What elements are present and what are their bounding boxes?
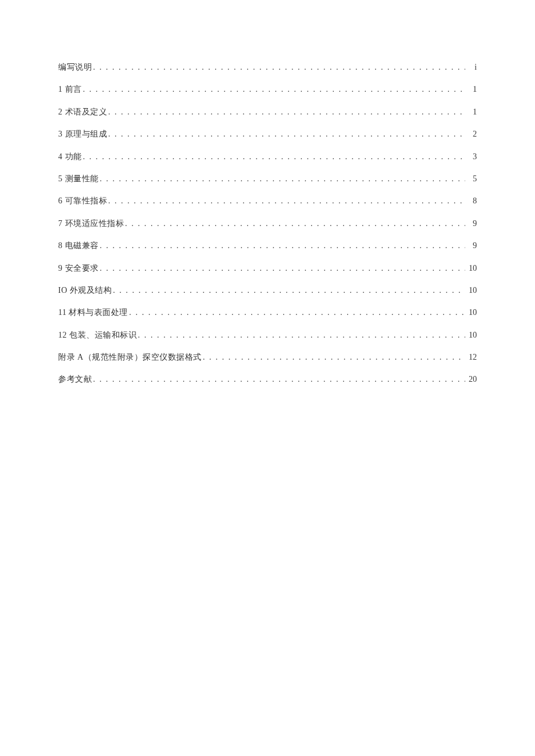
toc-entry-page: i bbox=[466, 61, 477, 74]
toc-entry-page: 2 bbox=[466, 128, 477, 141]
toc-entry-page: 12 bbox=[466, 351, 477, 364]
toc-entry: 6 可靠性指标 . . . . . . . . . . . . . . . . … bbox=[58, 195, 477, 207]
toc-entry: 8 电磁兼容 . . . . . . . . . . . . . . . . .… bbox=[58, 239, 477, 252]
toc-entry-title: 1 前言 bbox=[58, 83, 82, 96]
toc-entry-title: 9 安全要求 bbox=[58, 262, 99, 275]
toc-entry: 2 术语及定义 . . . . . . . . . . . . . . . . … bbox=[58, 106, 477, 119]
toc-entry: 附录 A（规范性附录）探空仪数据格式 . . . . . . . . . . .… bbox=[58, 351, 477, 364]
toc-entry-page: 10 bbox=[466, 329, 477, 342]
toc-leader-dots: . . . . . . . . . . . . . . . . . . . . … bbox=[108, 195, 465, 207]
toc-entry-page: 9 bbox=[466, 239, 477, 252]
toc-entry: 5 测量性能 . . . . . . . . . . . . . . . . .… bbox=[58, 173, 477, 185]
toc-leader-dots: . . . . . . . . . . . . . . . . . . . . … bbox=[203, 351, 465, 364]
toc-entry-title: 11 材料与表面处理 bbox=[58, 306, 128, 319]
toc-entry-page: 3 bbox=[466, 151, 477, 163]
table-of-contents: 编写说明 . . . . . . . . . . . . . . . . . .… bbox=[58, 61, 477, 386]
toc-leader-dots: . . . . . . . . . . . . . . . . . . . . … bbox=[108, 128, 465, 141]
toc-leader-dots: . . . . . . . . . . . . . . . . . . . . … bbox=[100, 173, 466, 185]
toc-entry: 4 功能 . . . . . . . . . . . . . . . . . .… bbox=[58, 151, 477, 163]
toc-entry-title: 5 测量性能 bbox=[58, 173, 99, 185]
toc-entry-page: 10 bbox=[466, 306, 477, 319]
toc-entry: 7 环境适应性指标 . . . . . . . . . . . . . . . … bbox=[58, 217, 477, 230]
toc-leader-dots: . . . . . . . . . . . . . . . . . . . . … bbox=[100, 262, 466, 275]
toc-entry-title: 8 电磁兼容 bbox=[58, 239, 99, 252]
toc-entry: 9 安全要求 . . . . . . . . . . . . . . . . .… bbox=[58, 262, 477, 275]
toc-leader-dots: . . . . . . . . . . . . . . . . . . . . … bbox=[129, 306, 465, 319]
toc-leader-dots: . . . . . . . . . . . . . . . . . . . . … bbox=[83, 83, 466, 96]
toc-entry-title: 编写说明 bbox=[58, 61, 92, 74]
toc-entry-title: 6 可靠性指标 bbox=[58, 195, 107, 207]
toc-leader-dots: . . . . . . . . . . . . . . . . . . . . … bbox=[125, 217, 465, 230]
toc-entry-title: 4 功能 bbox=[58, 151, 82, 163]
toc-entry-page: 10 bbox=[466, 262, 477, 275]
toc-entry: 1 前言 . . . . . . . . . . . . . . . . . .… bbox=[58, 83, 477, 96]
toc-entry: 12 包装、运输和标识 . . . . . . . . . . . . . . … bbox=[58, 329, 477, 342]
toc-entry: 参考文献 . . . . . . . . . . . . . . . . . .… bbox=[58, 373, 477, 386]
toc-entry: 3 原理与组成 . . . . . . . . . . . . . . . . … bbox=[58, 128, 477, 141]
toc-entry-page: 20 bbox=[466, 373, 477, 386]
toc-entry-title: 7 环境适应性指标 bbox=[58, 217, 124, 230]
toc-entry-page: 5 bbox=[466, 173, 477, 185]
toc-leader-dots: . . . . . . . . . . . . . . . . . . . . … bbox=[113, 284, 465, 297]
toc-entry: IO 外观及结构 . . . . . . . . . . . . . . . .… bbox=[58, 284, 477, 297]
toc-leader-dots: . . . . . . . . . . . . . . . . . . . . … bbox=[93, 61, 465, 74]
toc-entry-page: 1 bbox=[466, 106, 477, 119]
toc-leader-dots: . . . . . . . . . . . . . . . . . . . . … bbox=[93, 373, 465, 386]
toc-entry-title: 参考文献 bbox=[58, 373, 92, 386]
toc-entry-title: 2 术语及定义 bbox=[58, 106, 107, 119]
toc-entry-title: 附录 A（规范性附录）探空仪数据格式 bbox=[58, 351, 202, 364]
toc-entry: 编写说明 . . . . . . . . . . . . . . . . . .… bbox=[58, 61, 477, 74]
toc-entry-page: 9 bbox=[466, 217, 477, 230]
toc-leader-dots: . . . . . . . . . . . . . . . . . . . . … bbox=[100, 239, 466, 252]
toc-entry: 11 材料与表面处理 . . . . . . . . . . . . . . .… bbox=[58, 306, 477, 319]
toc-entry-page: 8 bbox=[466, 195, 477, 207]
toc-leader-dots: . . . . . . . . . . . . . . . . . . . . … bbox=[138, 329, 465, 342]
toc-leader-dots: . . . . . . . . . . . . . . . . . . . . … bbox=[83, 151, 466, 163]
toc-entry-title: 12 包装、运输和标识 bbox=[58, 329, 137, 342]
toc-leader-dots: . . . . . . . . . . . . . . . . . . . . … bbox=[108, 106, 465, 119]
toc-entry-title: 3 原理与组成 bbox=[58, 128, 107, 141]
toc-entry-title: IO 外观及结构 bbox=[58, 284, 112, 297]
toc-entry-page: 1 bbox=[466, 83, 477, 96]
toc-entry-page: 10 bbox=[466, 284, 477, 297]
